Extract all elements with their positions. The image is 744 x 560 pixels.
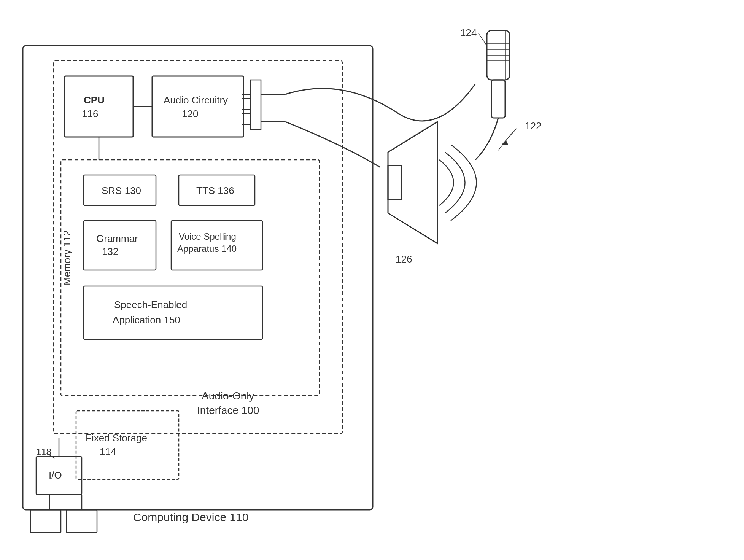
- grammar-number: 132: [102, 246, 118, 257]
- svg-line-38: [479, 33, 487, 46]
- io-label: I/O: [49, 469, 62, 481]
- svg-marker-39: [388, 122, 437, 243]
- io-number: 118: [36, 447, 51, 457]
- svg-rect-15: [76, 411, 179, 479]
- computing-device-label: Computing Device 110: [133, 511, 249, 523]
- memory-label: Memory 112: [61, 231, 73, 286]
- audio-only-label-1: Audio-Only: [202, 390, 254, 402]
- tts-label: TTS 136: [196, 185, 234, 196]
- svg-rect-40: [388, 165, 401, 200]
- svg-rect-2: [65, 76, 133, 137]
- svg-line-43: [498, 131, 513, 150]
- svg-rect-7: [250, 80, 261, 129]
- voice-spelling-label-1: Voice Spelling: [179, 231, 236, 242]
- srs-label: SRS 130: [102, 185, 141, 196]
- audio-only-label-2: Interface 100: [197, 404, 259, 416]
- fixed-storage-label-2: 114: [100, 446, 116, 457]
- audio-circuitry-label: Audio Circuitry: [164, 94, 228, 106]
- svg-marker-42: [502, 140, 508, 145]
- svg-rect-37: [491, 80, 505, 118]
- sound-label: 122: [525, 120, 541, 132]
- svg-rect-19: [30, 510, 61, 533]
- speech-enabled-label-2: Application 150: [113, 314, 180, 326]
- voice-spelling-label-2: Apparatus 140: [177, 243, 237, 254]
- speech-enabled-label-1: Speech-Enabled: [114, 299, 187, 310]
- svg-rect-14: [84, 286, 262, 339]
- svg-rect-9: [61, 160, 320, 396]
- cpu-number: 116: [82, 108, 98, 119]
- speaker-label: 126: [396, 253, 412, 265]
- fixed-storage-label-1: Fixed Storage: [86, 432, 147, 444]
- svg-rect-3: [152, 76, 243, 137]
- audio-circuitry-number: 120: [182, 108, 198, 119]
- diagram-container: CPU 116 Audio Circuitry 120 Memory 112 S…: [0, 0, 744, 560]
- grammar-label: Grammar: [96, 233, 138, 244]
- cpu-label: CPU: [84, 94, 105, 106]
- svg-rect-12: [84, 221, 156, 270]
- microphone-label: 124: [460, 27, 477, 38]
- svg-rect-20: [67, 510, 97, 533]
